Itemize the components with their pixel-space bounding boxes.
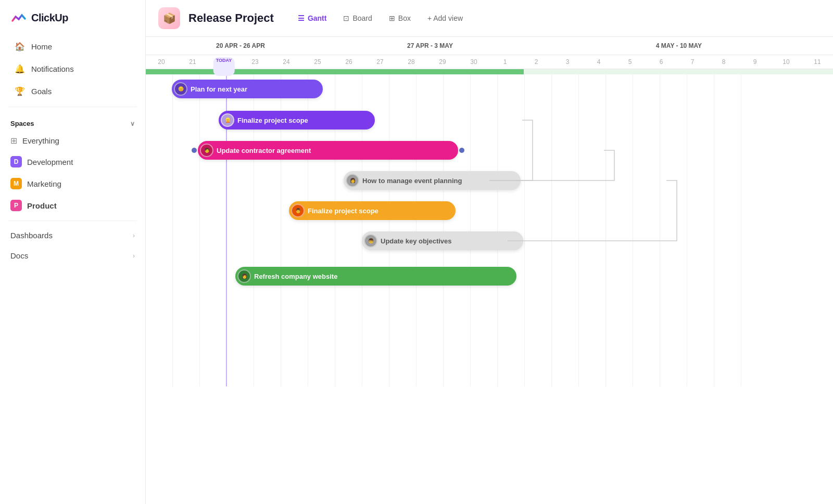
gantt-grid-col — [444, 74, 471, 386]
dashboards-label: Dashboards — [10, 231, 53, 240]
task-bar-0[interactable]: 😊Plan for next year — [172, 80, 323, 98]
day-cell-7: 7 — [677, 57, 708, 67]
divider-1 — [8, 107, 137, 107]
day-cell-30: 30 — [458, 57, 489, 67]
day-cell-3: 3 — [552, 57, 583, 67]
day-cell-25: 25 — [302, 57, 333, 67]
day-cell-28: 28 — [396, 57, 427, 67]
gantt-grid-col — [579, 74, 606, 386]
nav-home-label: Home — [31, 42, 52, 51]
day-cell-5: 5 — [614, 57, 646, 67]
sidebar-item-goals[interactable]: 🏆 Goals — [4, 81, 141, 102]
tab-box[interactable]: ⊞ Box — [382, 10, 418, 26]
day-cell-21: 21 — [177, 57, 208, 67]
day-cell-9: 9 — [739, 57, 771, 67]
task-avatar: 👩 — [237, 269, 251, 283]
day-headers: 202122 TODAY2324252627282930123456789101… — [146, 55, 833, 69]
tab-gantt[interactable]: ☰ Gantt — [291, 10, 334, 26]
sidebar-item-notifications[interactable]: 🔔 Notifications — [4, 58, 141, 80]
gantt-grid-col — [146, 74, 173, 386]
day-cell-8: 8 — [708, 57, 739, 67]
box-tab-icon: ⊞ — [389, 14, 395, 22]
task-label: Finalize project scope — [237, 117, 308, 124]
project-title: Release Project — [188, 11, 274, 25]
sidebar-item-marketing[interactable]: M Marketing — [0, 173, 145, 194]
gantt-body: 😊Plan for next year👱Finalize project sco… — [146, 74, 833, 386]
date-range-2: 27 APR - 3 MAY — [335, 41, 525, 50]
day-cell-26: 26 — [333, 57, 364, 67]
nav-notifications-label: Notifications — [31, 64, 74, 73]
trophy-icon: 🏆 — [15, 86, 25, 96]
sidebar-item-docs[interactable]: Docs › — [0, 245, 145, 266]
spaces-section-header: Spaces ∨ — [0, 111, 145, 131]
day-cell-11: 11 — [802, 57, 833, 67]
space-everything-label: Everything — [22, 136, 59, 145]
task-avatar: 👨 — [291, 204, 305, 217]
task-label: Refresh company website — [254, 273, 337, 280]
dependency-dot-right[interactable] — [459, 148, 464, 153]
nav-goals-label: Goals — [31, 87, 52, 96]
gantt-grid-col — [552, 74, 579, 386]
task-bar-2[interactable]: 🧑Update contractor agreement — [198, 141, 458, 160]
gantt-grid-col — [498, 74, 525, 386]
bell-icon: 🔔 — [15, 64, 25, 74]
space-development-label: Development — [27, 158, 73, 166]
task-avatar: 🧑 — [200, 144, 213, 157]
tab-board[interactable]: ⊡ Board — [336, 10, 379, 26]
date-range-1: 20 APR - 26 APR — [146, 41, 335, 50]
day-cell-27: 27 — [364, 57, 396, 67]
task-avatar: 👩 — [346, 174, 359, 187]
header: 📦 Release Project ☰ Gantt ⊡ Board ⊞ Box … — [146, 0, 833, 37]
progress-fill — [146, 69, 524, 74]
task-bar-4[interactable]: 👨Finalize project scope — [289, 201, 456, 220]
main-content: 📦 Release Project ☰ Gantt ⊡ Board ⊞ Box … — [146, 0, 833, 504]
divider-2 — [8, 221, 137, 221]
sidebar-item-home[interactable]: 🏠 Home — [4, 36, 141, 57]
task-bar-6[interactable]: 👩Refresh company website — [235, 267, 516, 286]
task-label: Update key objectives — [381, 237, 452, 245]
space-marketing-label: Marketing — [27, 179, 61, 188]
day-cell-2: 2 — [521, 57, 552, 67]
sidebar-item-product[interactable]: P Product — [0, 195, 145, 216]
home-icon: 🏠 — [15, 42, 25, 51]
spaces-label: Spaces — [10, 120, 34, 127]
day-cell-10: 10 — [771, 57, 802, 67]
chevron-right-icon-docs: › — [133, 252, 135, 260]
gantt-grid-col — [471, 74, 498, 386]
day-cell-22: 22 TODAY — [208, 57, 239, 67]
task-bar-1[interactable]: 👱Finalize project scope — [219, 111, 375, 130]
dependency-dot-left[interactable] — [192, 148, 197, 153]
chevron-down-icon[interactable]: ∨ — [130, 120, 135, 127]
task-label: Finalize project scope — [308, 207, 378, 215]
day-cell-20: 20 — [146, 57, 177, 67]
board-tab-icon: ⊡ — [343, 14, 349, 22]
sidebar: ClickUp 🏠 Home 🔔 Notifications 🏆 Goals S… — [0, 0, 146, 504]
gantt-header: 20 APR - 26 APR 27 APR - 3 MAY 4 MAY - 1… — [146, 37, 833, 69]
day-cell-4: 4 — [583, 57, 614, 67]
date-ranges: 20 APR - 26 APR 27 APR - 3 MAY 4 MAY - 1… — [146, 37, 833, 55]
product-badge: P — [10, 200, 22, 211]
task-label: Update contractor agreement — [217, 147, 311, 154]
add-view-label: + Add view — [427, 14, 463, 22]
add-view-button[interactable]: + Add view — [420, 10, 470, 26]
gantt-grid-col — [525, 74, 552, 386]
task-bar-3[interactable]: 👩How to manage event planning — [344, 171, 521, 190]
sidebar-item-dashboards[interactable]: Dashboards › — [0, 225, 145, 245]
docs-label: Docs — [10, 251, 28, 260]
task-label: Plan for next year — [191, 85, 247, 93]
marketing-badge: M — [10, 178, 22, 189]
progress-bar — [146, 69, 833, 74]
app-name: ClickUp — [31, 12, 68, 24]
day-cell-1: 1 — [489, 57, 521, 67]
day-cell-6: 6 — [646, 57, 677, 67]
box-tab-label: Box — [398, 14, 411, 22]
project-icon: 📦 — [158, 7, 180, 29]
gantt-container[interactable]: 20 APR - 26 APR 27 APR - 3 MAY 4 MAY - 1… — [146, 37, 833, 504]
day-cell-23: 23 — [239, 57, 271, 67]
sidebar-item-everything[interactable]: ⊞ Everything — [0, 131, 145, 150]
gantt-grid-col — [173, 74, 200, 386]
sidebar-item-development[interactable]: D Development — [0, 151, 145, 172]
view-tabs: ☰ Gantt ⊡ Board ⊞ Box + Add view — [291, 10, 821, 26]
task-bar-5[interactable]: 👦Update key objectives — [362, 231, 523, 250]
gantt-grid-col — [714, 74, 741, 386]
